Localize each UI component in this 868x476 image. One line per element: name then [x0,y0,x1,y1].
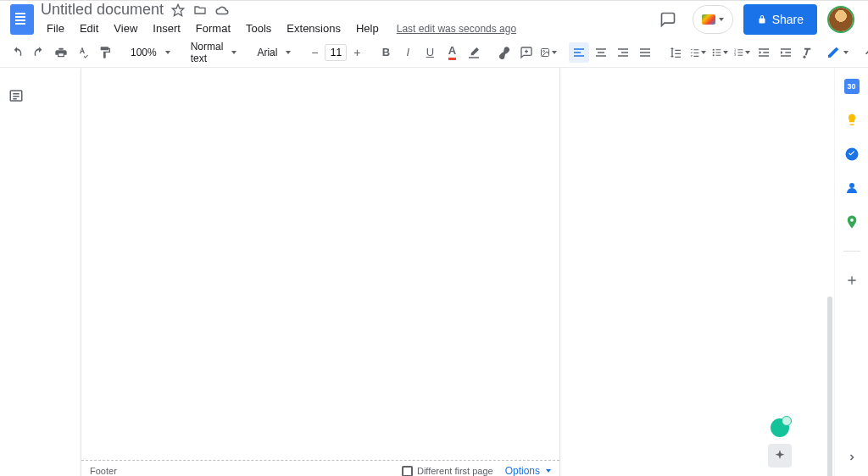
undo-button[interactable] [7,42,27,63]
clear-formatting-button[interactable] [798,42,818,63]
insert-link-button[interactable] [494,42,515,63]
contacts-icon[interactable] [843,180,860,196]
cloud-status-icon[interactable] [214,3,230,18]
decrease-indent-button[interactable] [754,42,774,63]
underline-button[interactable]: U [420,42,440,63]
scrollbar-thumb[interactable] [827,296,832,476]
redo-button[interactable] [29,42,49,63]
menubar: File Edit View Insert Format Tools Exten… [41,19,654,38]
star-icon[interactable] [170,3,186,18]
menu-format[interactable]: Format [190,20,236,36]
svg-point-15 [850,219,854,222]
move-icon[interactable] [192,3,208,18]
svg-point-4 [713,51,715,53]
document-outline-icon[interactable] [8,88,25,105]
menu-extensions[interactable]: Extensions [281,20,347,36]
menu-tools[interactable]: Tools [240,20,277,36]
bulleted-list-button[interactable] [709,42,730,63]
explore-button[interactable] [768,444,792,468]
addons-icon[interactable] [843,272,860,289]
footer-options-dropdown[interactable]: Options [505,465,551,476]
zoom-dropdown[interactable]: 100% [125,42,175,64]
lock-icon [757,14,767,25]
checklist-button[interactable] [687,42,708,63]
numbered-list-button[interactable]: 123 [732,42,752,63]
share-label: Share [772,13,804,26]
increase-indent-button[interactable] [776,42,796,63]
different-first-page-checkbox[interactable]: Different first page [402,466,493,477]
paint-format-button[interactable] [95,42,115,63]
different-first-page-label: Different first page [417,466,493,476]
document-canvas[interactable]: Footer Different first page Options [34,68,834,476]
calendar-icon[interactable]: 30 [843,78,860,95]
svg-point-3 [713,48,715,50]
docs-logo[interactable] [7,4,37,35]
align-left-button[interactable] [569,42,589,63]
maps-icon[interactable] [843,213,860,230]
highlight-color-button[interactable] [464,42,484,63]
align-center-button[interactable] [591,42,611,63]
menu-edit[interactable]: Edit [74,20,104,36]
tasks-icon[interactable] [843,146,860,163]
grammarly-badge[interactable] [771,418,789,437]
bold-button[interactable]: B [376,42,396,63]
spellcheck-button[interactable] [73,42,93,63]
menu-file[interactable]: File [41,20,70,36]
svg-text:3: 3 [734,53,736,57]
insert-image-button[interactable] [538,42,559,63]
edit-status-link[interactable]: Last edit was seconds ago [397,23,516,35]
svg-point-2 [543,50,545,52]
svg-point-5 [713,54,715,56]
menu-view[interactable]: View [108,20,143,36]
align-right-button[interactable] [613,42,633,63]
insert-comment-button[interactable] [516,42,537,63]
comments-button[interactable] [654,5,682,34]
svg-marker-0 [172,4,183,15]
italic-button[interactable]: I [398,42,418,63]
text-color-button[interactable]: A [442,42,462,63]
print-button[interactable] [51,42,71,63]
svg-point-14 [849,183,854,188]
account-avatar[interactable] [827,6,854,33]
line-spacing-button[interactable] [665,42,686,63]
footer-section-label: Footer [90,466,117,476]
font-dropdown[interactable]: Arial [252,42,296,64]
share-button[interactable]: Share [743,4,817,35]
paragraph-style-dropdown[interactable]: Normal text [186,42,242,64]
align-justify-button[interactable] [635,42,655,63]
font-size-input[interactable] [325,44,347,61]
keep-icon[interactable] [843,112,860,129]
collapse-toolbar-button[interactable] [859,42,868,63]
meet-button[interactable] [693,5,733,34]
font-size-increase[interactable]: + [348,44,365,61]
font-size-decrease[interactable]: − [306,44,323,61]
document-title[interactable]: Untitled document [41,1,164,19]
menu-insert[interactable]: Insert [147,20,186,36]
page-1: Footer Different first page Options [81,68,559,476]
checkbox-icon [402,466,413,477]
collapse-sidepanel-button[interactable] [842,447,862,468]
toolbar: 100% Normal text Arial − + B I U A 123 [0,37,868,68]
pencil-icon [826,46,840,59]
side-panel: 30 [834,68,868,476]
menu-help[interactable]: Help [350,20,385,36]
editing-mode-dropdown[interactable] [820,41,855,64]
page-body[interactable] [81,68,559,460]
